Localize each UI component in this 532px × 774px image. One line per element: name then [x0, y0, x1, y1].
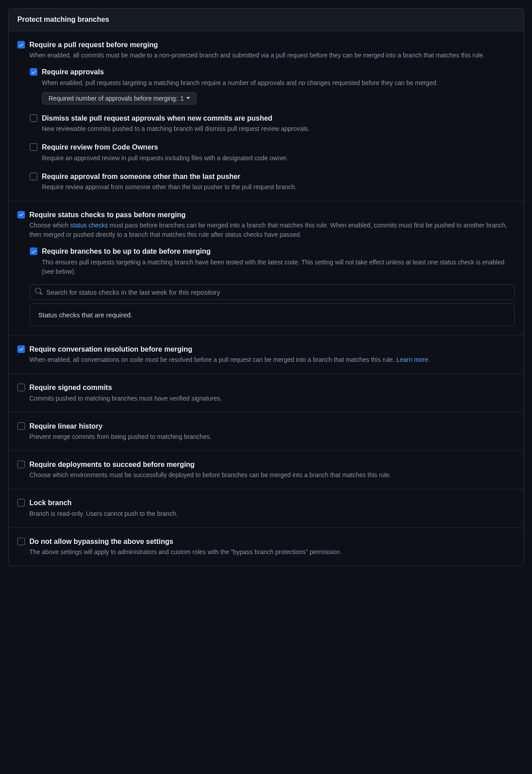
section-status-checks: Require status checks to pass before mer…: [8, 201, 524, 336]
status-checks-link[interactable]: status checks: [70, 222, 108, 229]
label-codeowners: Require review from Code Owners: [42, 142, 515, 152]
label-deploy: Require deployments to succeed before me…: [29, 460, 515, 470]
search-icon: [35, 288, 42, 296]
desc-linear: Prevent merge commits from being pushed …: [29, 432, 515, 442]
checkbox-require-pr[interactable]: [17, 41, 25, 49]
desc-up-to-date: This ensures pull requests targeting a m…: [42, 258, 515, 276]
checkbox-linear[interactable]: [17, 422, 25, 430]
checkbox-require-approvals[interactable]: [30, 68, 37, 76]
checkbox-status-checks[interactable]: [17, 211, 25, 219]
desc-conversation: When enabled, all conversations on code …: [29, 355, 515, 365]
checkbox-other-pusher[interactable]: [30, 173, 37, 180]
desc-codeowners: Require an approved review in pull reque…: [42, 154, 515, 163]
section-lock: Lock branch Branch is read-only. Users c…: [8, 489, 524, 527]
learn-more-link[interactable]: Learn more: [396, 356, 428, 363]
section-require-pr: Require a pull request before merging Wh…: [8, 31, 524, 201]
label-bypass: Do not allow bypassing the above setting…: [29, 537, 515, 547]
checkbox-bypass[interactable]: [17, 538, 25, 545]
section-signed: Require signed commits Commits pushed to…: [8, 374, 524, 412]
label-signed: Require signed commits: [29, 383, 515, 393]
checkbox-conversation[interactable]: [17, 345, 25, 353]
checkbox-signed[interactable]: [17, 384, 25, 391]
desc-dismiss-stale: New reviewable commits pushed to a match…: [42, 124, 515, 134]
section-bypass: Do not allow bypassing the above setting…: [8, 528, 524, 566]
label-lock: Lock branch: [29, 498, 515, 508]
label-conversation: Require conversation resolution before m…: [29, 344, 515, 354]
label-dismiss-stale: Dismiss stale pull request approvals whe…: [42, 113, 515, 123]
caret-down-icon: [186, 97, 190, 99]
branch-protection-panel: Protect matching branches Require a pull…: [8, 8, 524, 566]
label-require-pr: Require a pull request before merging: [29, 40, 515, 50]
section-deploy: Require deployments to succeed before me…: [8, 451, 524, 489]
desc-bypass: The above settings will apply to adminis…: [29, 547, 515, 557]
section-linear: Require linear history Prevent merge com…: [8, 413, 524, 451]
required-checks-box: Status checks that are required.: [30, 304, 515, 326]
label-status-checks: Require status checks to pass before mer…: [29, 210, 515, 220]
section-conversation: Require conversation resolution before m…: [8, 336, 524, 374]
panel-header: Protect matching branches: [8, 8, 524, 31]
checkbox-lock[interactable]: [17, 499, 25, 507]
checkbox-dismiss-stale[interactable]: [30, 114, 37, 122]
desc-require-approvals: When enabled, pull requests targeting a …: [42, 78, 515, 88]
checkbox-up-to-date[interactable]: [30, 247, 37, 255]
label-linear: Require linear history: [29, 421, 515, 431]
desc-status-checks: Choose which status checks must pass bef…: [29, 221, 515, 239]
desc-lock: Branch is read-only. Users cannot push t…: [29, 509, 515, 519]
label-up-to-date: Require branches to be up to date before…: [42, 247, 515, 256]
status-checks-search-input[interactable]: [30, 284, 515, 300]
approvals-count-select[interactable]: Required number of approvals before merg…: [42, 92, 197, 105]
label-other-pusher: Require approval from someone other than…: [42, 172, 515, 182]
checkbox-codeowners[interactable]: [30, 143, 37, 151]
checkbox-deploy[interactable]: [17, 461, 25, 468]
desc-signed: Commits pushed to matching branches must…: [29, 394, 515, 403]
desc-deploy: Choose which environments must be succes…: [29, 470, 515, 480]
desc-require-pr: When enabled, all commits must be made t…: [29, 51, 515, 60]
desc-other-pusher: Require review approval from someone oth…: [42, 182, 515, 192]
label-require-approvals: Require approvals: [42, 67, 515, 77]
